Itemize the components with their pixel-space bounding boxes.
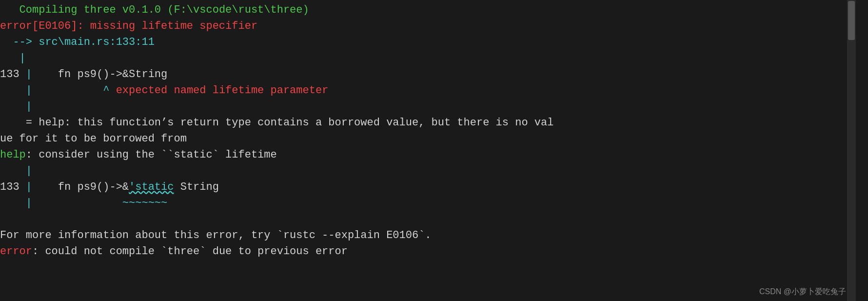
- error-line: error[E0106]: missing lifetime specifier: [0, 20, 257, 32]
- wavy-line: | ~~~~~~~: [0, 197, 167, 209]
- final-error-line: error: could not compile `three` due to …: [0, 245, 348, 258]
- more-info-line: For more information about this error, t…: [0, 229, 432, 241]
- arrow-line: --> src\main.rs:133:11: [0, 36, 155, 48]
- help-line1b: ue for it to be borrowed from: [0, 133, 187, 145]
- pipe-line3: |: [0, 165, 32, 177]
- code-line-133: 133 | fn ps9()->&String: [0, 68, 167, 80]
- scrollbar-thumb[interactable]: [848, 1, 855, 40]
- compiling-line: Compiling three v0.1.0 (F:\vscode\rust\t…: [0, 4, 309, 16]
- caret-line: | ^ expected named lifetime parameter: [0, 84, 328, 97]
- watermark: CSDN @小萝卜爱吃兔子: [759, 287, 846, 297]
- scrollbar[interactable]: [847, 0, 856, 301]
- terminal-content: Compiling three v0.1.0 (F:\vscode\rust\t…: [0, 2, 856, 260]
- pipe-line1: |: [0, 52, 26, 64]
- terminal-window: Compiling three v0.1.0 (F:\vscode\rust\t…: [0, 0, 856, 301]
- help-line2: help: consider using the ``static` lifet…: [0, 149, 277, 161]
- pipe-line2: |: [0, 100, 32, 113]
- help-line1: = help: this function’s return type cont…: [0, 117, 553, 129]
- code-line-133b: 133 | fn ps9()->&'static String: [0, 181, 219, 193]
